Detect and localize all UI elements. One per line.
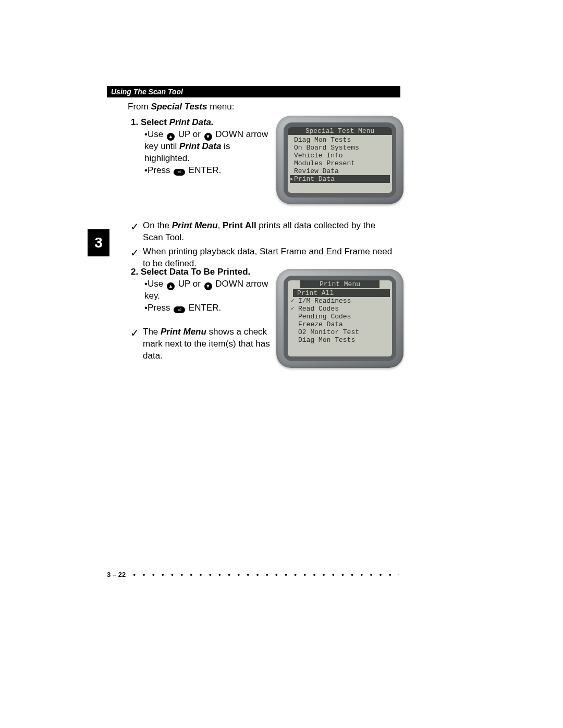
screen-item-label: Modules Present: [294, 159, 355, 167]
screen-item: Modules Present: [290, 159, 390, 167]
check-text: When printing playback data, Start Frame…: [141, 246, 396, 270]
enter-icon: ⏎: [174, 169, 185, 176]
check-text: The Print Menu shows a check mark next t…: [141, 326, 276, 362]
intro-prefix: From: [128, 102, 151, 112]
c1-mid: ,: [218, 220, 223, 230]
step2-body: Use ▲ UP or ▼ DOWN arrow key. Press ⏎ EN…: [144, 278, 274, 314]
screen-item: Pending Codes: [290, 313, 390, 320]
screen-item-label: Read Codes: [298, 305, 339, 313]
screen-item-label: O2 Monitor Test: [298, 328, 359, 336]
mid-checks: ✓ On the Print Menu, Print All prints al…: [130, 218, 396, 270]
intro-bold: Special Tests: [151, 102, 207, 112]
screen-item-label: I/M Readiness: [298, 297, 351, 305]
scan-tool-figure-1: Special Test Menu Diag Mon Tests On Boar…: [276, 116, 403, 204]
screen-item-label: Diag Mon Tests: [298, 336, 355, 344]
check-icon: ✓: [130, 246, 141, 270]
screen-item-label: Freeze Data: [298, 320, 343, 328]
step1-l1-bold: Print Data: [179, 141, 221, 151]
checkmark-icon: ✓: [291, 297, 295, 305]
check-icon: ✓: [130, 220, 141, 244]
step2-l2b: ENTER.: [186, 303, 221, 313]
footer-dots: • • • • • • • • • • • • • • • • • • • • …: [133, 571, 399, 578]
screen-title: Print Menu: [300, 280, 380, 288]
check-icon: ✓: [130, 326, 141, 362]
screen-item: ▸Print All: [293, 289, 390, 297]
page-number: 3 – 22: [107, 571, 126, 578]
up-arrow-icon: ▲: [167, 133, 175, 141]
step1-l2a: Press: [148, 165, 173, 175]
check-line: ✓ The Print Menu shows a check mark next…: [130, 326, 276, 362]
step2-title: 2. Select Data To Be Printed.: [131, 267, 274, 277]
checkmark-icon: ✓: [291, 305, 295, 313]
selection-marker-icon: ▸: [290, 175, 294, 183]
screen-item: ✓I/M Readiness: [290, 297, 390, 305]
down-arrow-icon: ▼: [204, 133, 212, 141]
device-screen-1: Special Test Menu Diag Mon Tests On Boar…: [288, 127, 392, 193]
screen-item: Vehicle Info: [290, 152, 390, 159]
check-text: On the Print Menu, Print All prints all …: [141, 220, 396, 244]
lower-check: ✓ The Print Menu shows a check mark next…: [130, 324, 276, 362]
screen-item-label: Pending Codes: [298, 313, 351, 320]
screen-item: Diag Mon Tests: [290, 136, 390, 144]
lc-pre: The: [143, 327, 161, 337]
lc-bold: Print Menu: [161, 327, 206, 337]
screen-item-label: Diag Mon Tests: [294, 136, 351, 144]
check-line: ✓ On the Print Menu, Print All prints al…: [130, 220, 396, 244]
down-arrow-icon: ▼: [204, 282, 212, 290]
screen-title: Special Test Menu: [288, 127, 392, 135]
step2-l1b: UP or: [176, 279, 203, 289]
footer: 3 – 22 • • • • • • • • • • • • • • • • •…: [107, 571, 399, 578]
step2-l2a: Press: [148, 303, 173, 313]
step1-l1b: UP or: [176, 129, 203, 139]
step1-title: 1. Select Print Data.: [131, 117, 268, 128]
screen-item-label: Print Data: [294, 175, 335, 183]
section-header: Using The Scan Tool: [107, 86, 400, 97]
up-arrow-icon: ▲: [167, 282, 175, 290]
c1-b2: Print All: [223, 220, 256, 230]
step2: 2. Select Data To Be Printed. Use ▲ UP o…: [128, 267, 274, 314]
screen-item: On Board Systems: [290, 144, 390, 152]
screen-item-label: On Board Systems: [294, 144, 359, 152]
screen-item: ✓Read Codes: [290, 305, 390, 313]
check-line: ✓ When printing playback data, Start Fra…: [130, 246, 396, 270]
scan-tool-figure-2: Print Menu ▸Print All ✓I/M Readiness ✓Re…: [276, 269, 403, 368]
c1-pre: On the: [143, 220, 172, 230]
screen-item: Freeze Data: [290, 320, 390, 328]
enter-icon: ⏎: [174, 306, 185, 313]
screen-item-label: Review Data: [294, 167, 339, 175]
step1-label: 1. Select: [131, 117, 169, 127]
selection-marker-icon: ▸: [289, 289, 293, 297]
screen-item: Diag Mon Tests: [290, 336, 390, 344]
step1-l2b: ENTER.: [186, 165, 221, 175]
screen-item-label: Print All: [297, 289, 334, 297]
screen-item-label: Vehicle Info: [294, 152, 343, 159]
step1-body: Use ▲ UP or ▼ DOWN arrow key until Print…: [144, 129, 268, 177]
intro-line: From Special Tests menu:: [128, 102, 396, 112]
screen-item: ▸Print Data: [290, 175, 390, 183]
step2-l1a: Use: [148, 279, 166, 289]
device-screen-2: Print Menu ▸Print All ✓I/M Readiness ✓Re…: [288, 280, 392, 356]
manual-page: Using The Scan Tool 3 From Special Tests…: [0, 0, 563, 728]
screen-item: Review Data: [290, 167, 390, 175]
step1-l1a: Use: [148, 129, 166, 139]
c1-b1: Print Menu: [172, 220, 218, 230]
screen-item: O2 Monitor Test: [290, 328, 390, 336]
step1-italic: Print Data.: [169, 117, 214, 127]
step1: 1. Select Print Data. Use ▲ UP or ▼ DOWN…: [128, 117, 268, 177]
chapter-tab: 3: [88, 229, 109, 256]
intro-suffix: menu:: [207, 102, 234, 112]
